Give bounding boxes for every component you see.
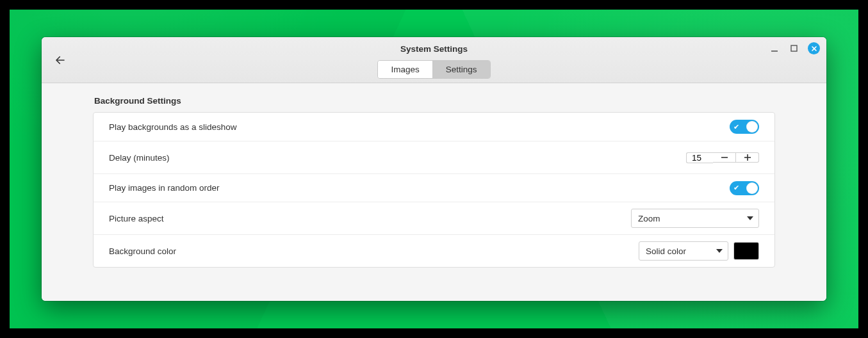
slideshow-toggle[interactable]: ✔ (730, 120, 759, 134)
minimize-button[interactable] (768, 42, 780, 54)
window-title: System Settings (42, 44, 826, 54)
plus-icon (743, 153, 752, 162)
row-aspect-label: Picture aspect (109, 214, 164, 223)
maximize-icon (790, 45, 798, 52)
row-slideshow: Play backgrounds as a slideshow ✔ (94, 113, 774, 141)
aspect-select[interactable]: Zoom (631, 209, 759, 228)
settings-window: System Settings Images Settings Backgrou… (42, 37, 826, 301)
tab-images[interactable]: Images (378, 61, 432, 78)
delay-increment-button[interactable] (736, 152, 759, 163)
tab-group: Images Settings (377, 60, 490, 79)
bgcolor-swatch-button[interactable] (733, 242, 759, 260)
row-delay: Delay (minutes) (94, 141, 774, 173)
svg-marker-8 (747, 216, 753, 220)
close-button[interactable] (808, 42, 820, 54)
row-bgcolor-label: Background color (109, 246, 176, 256)
check-icon: ✔ (733, 124, 739, 131)
row-slideshow-label: Play backgrounds as a slideshow (109, 122, 237, 132)
row-random: Play images in random order ✔ (94, 173, 774, 202)
tab-bar: Images Settings (42, 60, 826, 79)
chevron-down-icon (747, 216, 753, 220)
minus-icon (720, 153, 729, 162)
row-delay-label: Delay (minutes) (109, 153, 170, 163)
svg-rect-1 (771, 51, 778, 52)
delay-decrement-button[interactable] (713, 152, 736, 163)
tab-settings[interactable]: Settings (432, 61, 490, 78)
row-aspect: Picture aspect Zoom (94, 202, 774, 234)
minimize-icon (771, 45, 778, 52)
toggle-knob (746, 182, 758, 194)
bgcolor-select[interactable]: Solid color (639, 241, 728, 261)
svg-rect-5 (721, 157, 728, 158)
row-bgcolor: Background color Solid color (94, 234, 774, 267)
maximize-button[interactable] (788, 42, 800, 54)
delay-stepper (686, 148, 759, 167)
section-title: Background Settings (94, 96, 775, 106)
toggle-knob (746, 121, 758, 133)
close-icon (811, 45, 817, 52)
window-controls (768, 42, 820, 54)
row-random-label: Play images in random order (109, 183, 220, 193)
svg-marker-9 (716, 249, 723, 253)
delay-input[interactable] (686, 152, 713, 163)
bgcolor-swatch (735, 244, 757, 258)
check-icon: ✔ (733, 184, 739, 191)
bgcolor-select-value: Solid color (646, 246, 686, 256)
titlebar: System Settings Images Settings (42, 37, 826, 83)
aspect-select-value: Zoom (638, 214, 660, 223)
svg-rect-7 (747, 154, 748, 161)
settings-list: Play backgrounds as a slideshow ✔ Delay … (93, 112, 775, 268)
random-toggle[interactable]: ✔ (730, 181, 759, 195)
chevron-down-icon (716, 249, 723, 253)
content-area: Background Settings Play backgrounds as … (42, 83, 826, 301)
svg-rect-2 (791, 45, 797, 51)
